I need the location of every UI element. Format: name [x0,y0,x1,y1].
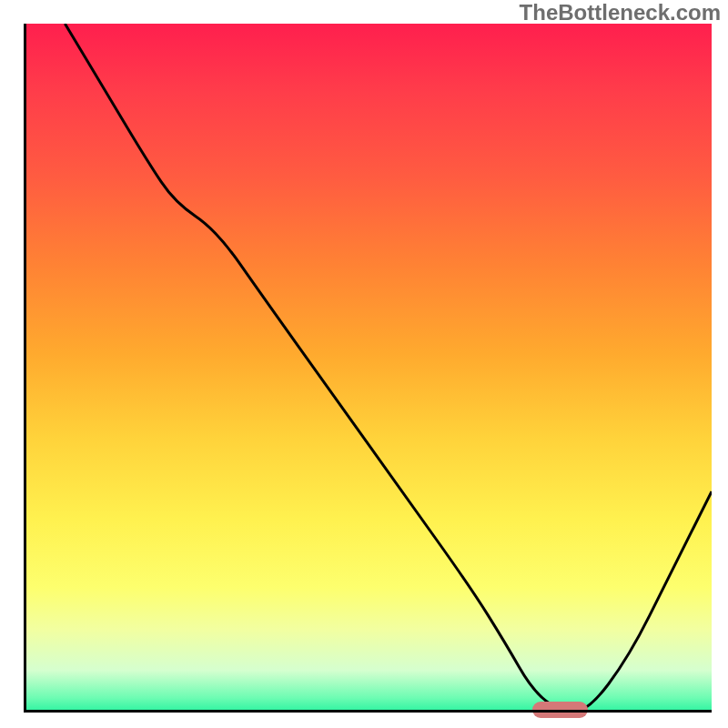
y-axis [24,24,26,712]
chart-container: TheBottleneck.com [0,0,728,728]
plot-area [24,24,712,712]
x-axis [24,710,712,713]
watermark: TheBottleneck.com [520,0,721,25]
